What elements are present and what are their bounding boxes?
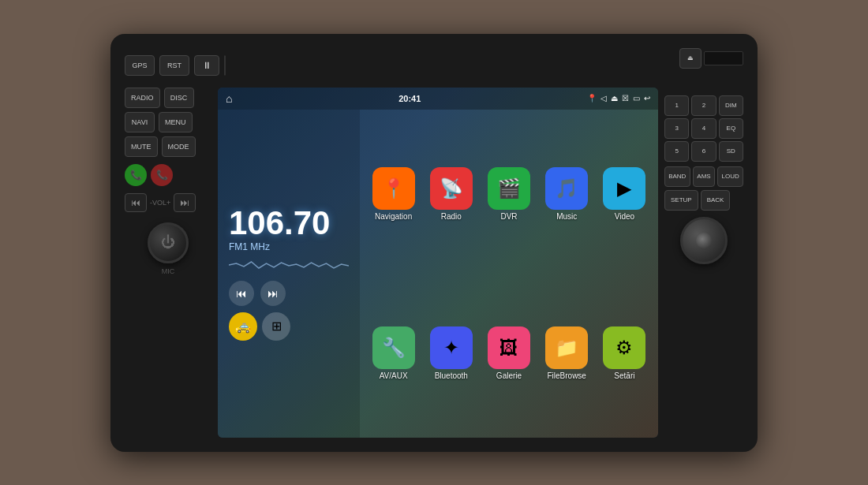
apps-grid: 📍 Navigation 📡 Radio 🎬 DVR 🎵 bbox=[360, 110, 658, 438]
nav-knob[interactable] bbox=[680, 217, 728, 264]
num6-button[interactable]: 6 bbox=[691, 141, 716, 162]
dim-button[interactable]: DIM bbox=[719, 95, 743, 116]
radio-button[interactable]: RADIO bbox=[125, 88, 160, 108]
status-right: 📍 ◁ ⏏ ☒ ▭ ↩ bbox=[587, 94, 650, 103]
left-panel: RADIO DISC NAVI MENU MUTE MODE 📞 📞 ⏮ -VO… bbox=[125, 88, 211, 438]
band-button[interactable]: BAND bbox=[664, 166, 690, 187]
dvr-icon: 🎬 bbox=[488, 167, 530, 210]
top-row: GPS RST ⏸ bbox=[125, 48, 743, 83]
video-icon: ▶ bbox=[603, 167, 645, 210]
back-status-icon: ↩ bbox=[644, 94, 650, 103]
fast-forward-button[interactable]: ⏭ bbox=[260, 281, 286, 306]
radio-waveform bbox=[229, 257, 349, 273]
setup-back-row: SETUP BACK bbox=[664, 190, 743, 211]
files-label: FileBrowse bbox=[547, 371, 586, 380]
card-slot bbox=[704, 51, 743, 65]
files-icon: 📁 bbox=[545, 326, 588, 369]
app-av[interactable]: 🔧 AV/AUX bbox=[368, 277, 419, 430]
eject-button[interactable]: ⏏ bbox=[679, 48, 702, 69]
back-button[interactable]: BACK bbox=[701, 190, 731, 211]
eq-button[interactable]: EQ bbox=[719, 118, 743, 139]
app-bluetooth[interactable]: ✦ Bluetooth bbox=[425, 277, 477, 430]
navi-button[interactable]: NAVI bbox=[125, 112, 155, 132]
app-gallery[interactable]: 🖼 Galerie bbox=[483, 277, 534, 430]
gps-status-icon: 📍 bbox=[587, 94, 597, 103]
car-head-unit: GPS RST ⏸ RADIO DISC NAVI MENU MUTE MODE… bbox=[110, 34, 758, 452]
status-left: ⌂ bbox=[226, 92, 232, 105]
cd-slot bbox=[224, 55, 226, 76]
grid-icon-button[interactable]: ⊞ bbox=[262, 312, 290, 341]
app-settings[interactable]: ⚙ Setări bbox=[599, 277, 650, 430]
end-call-button[interactable]: 📞 bbox=[151, 164, 173, 186]
num2-button[interactable]: 2 bbox=[691, 95, 716, 116]
next-track-button[interactable]: ⏭ bbox=[174, 193, 196, 212]
num-grid: 1 2 DIM 3 4 EQ 5 6 SD bbox=[664, 95, 743, 162]
mic-label: MIC bbox=[125, 267, 211, 275]
answer-call-button[interactable]: 📞 bbox=[125, 164, 147, 186]
app-filebrowser[interactable]: 📁 FileBrowse bbox=[541, 277, 593, 430]
nav-knob-inner bbox=[696, 233, 712, 248]
rst-button[interactable]: RST bbox=[159, 55, 189, 76]
radio-band-label: FM1 MHz bbox=[229, 241, 349, 252]
taxi-icon-button[interactable]: 🚕 bbox=[229, 312, 257, 341]
home-icon[interactable]: ⌂ bbox=[226, 92, 232, 105]
radio-frequency: 106.70 bbox=[229, 207, 349, 240]
eject-status-icon: ⏏ bbox=[611, 94, 618, 103]
play-pause-button[interactable]: ⏸ bbox=[194, 55, 219, 76]
volume-status-icon: ◁ bbox=[600, 94, 607, 103]
gallery-label: Galerie bbox=[496, 371, 522, 380]
app-radio[interactable]: 📡 Radio bbox=[425, 118, 477, 270]
gps-button[interactable]: GPS bbox=[125, 55, 155, 76]
num1-button[interactable]: 1 bbox=[664, 95, 689, 116]
window-status-icon: ▭ bbox=[633, 94, 640, 103]
rewind-button[interactable]: ⏮ bbox=[229, 281, 254, 306]
power-knob[interactable]: ⏻ bbox=[148, 222, 189, 263]
settings-icon: ⚙ bbox=[603, 326, 645, 369]
right-panel: ⏏ 1 2 DIM 3 4 EQ 5 6 SD BAND bbox=[664, 88, 743, 438]
disc-button[interactable]: DISC bbox=[164, 88, 194, 108]
status-bar: ⌂ 20:41 📍 ◁ ⏏ ☒ ▭ ↩ bbox=[218, 88, 658, 110]
screen-content: ⌂ 20:41 📍 ◁ ⏏ ☒ ▭ ↩ 1 bbox=[218, 88, 658, 438]
video-label: Video bbox=[615, 212, 634, 221]
bluetooth-icon: ✦ bbox=[430, 326, 473, 369]
close-status-icon: ☒ bbox=[622, 94, 629, 103]
band-row: BAND AMS LOUD bbox=[664, 166, 743, 187]
playback-controls: ⏮ ⏭ bbox=[229, 281, 349, 306]
top-left-buttons: GPS RST ⏸ bbox=[125, 48, 226, 83]
mute-button[interactable]: MUTE bbox=[125, 136, 158, 157]
right-top-section: 1 2 DIM 3 4 EQ 5 6 SD BAND AMS LOUD bbox=[664, 95, 743, 264]
loud-button[interactable]: LOUD bbox=[717, 166, 743, 187]
app-music[interactable]: 🎵 Music bbox=[541, 118, 593, 270]
num5-button[interactable]: 5 bbox=[664, 141, 689, 162]
navigation-icon: 📍 bbox=[372, 167, 415, 210]
main-area: RADIO DISC NAVI MENU MUTE MODE 📞 📞 ⏮ -VO… bbox=[125, 88, 743, 438]
app-video[interactable]: ▶ Video bbox=[599, 118, 650, 270]
nav-cluster-container bbox=[664, 217, 743, 264]
num4-button[interactable]: 4 bbox=[691, 118, 716, 139]
app-dvr[interactable]: 🎬 DVR bbox=[483, 118, 534, 270]
av-icon: 🔧 bbox=[372, 326, 415, 369]
app-navigation[interactable]: 📍 Navigation bbox=[368, 118, 419, 270]
main-screen-body: 106.70 FM1 MHz ⏮ ⏭ bbox=[218, 110, 658, 438]
menu-button[interactable]: MENU bbox=[159, 112, 193, 132]
prev-track-button[interactable]: ⏮ bbox=[125, 193, 147, 212]
bluetooth-label: Bluetooth bbox=[435, 371, 468, 380]
vol-label: -VOL+ bbox=[150, 199, 170, 207]
gallery-icon: 🖼 bbox=[488, 326, 530, 369]
navigation-label: Navigation bbox=[375, 212, 412, 221]
dvr-label: DVR bbox=[500, 212, 517, 221]
av-label: AV/AUX bbox=[380, 371, 408, 380]
sd-button[interactable]: SD bbox=[719, 141, 743, 162]
num3-button[interactable]: 3 bbox=[664, 118, 689, 139]
ams-button[interactable]: AMS bbox=[693, 166, 716, 187]
music-label: Music bbox=[556, 212, 577, 221]
radio-section: 106.70 FM1 MHz ⏮ ⏭ bbox=[218, 110, 360, 438]
main-screen: ⌂ 20:41 📍 ◁ ⏏ ☒ ▭ ↩ 1 bbox=[218, 88, 658, 438]
setup-button[interactable]: SETUP bbox=[664, 190, 698, 211]
settings-label: Setări bbox=[614, 371, 634, 380]
status-time: 20:41 bbox=[398, 94, 421, 103]
mode-button[interactable]: MODE bbox=[162, 136, 196, 157]
radio-icon: 📡 bbox=[430, 167, 473, 210]
music-icon: 🎵 bbox=[545, 167, 588, 210]
small-icons-row: 🚕 ⊞ bbox=[229, 312, 349, 341]
